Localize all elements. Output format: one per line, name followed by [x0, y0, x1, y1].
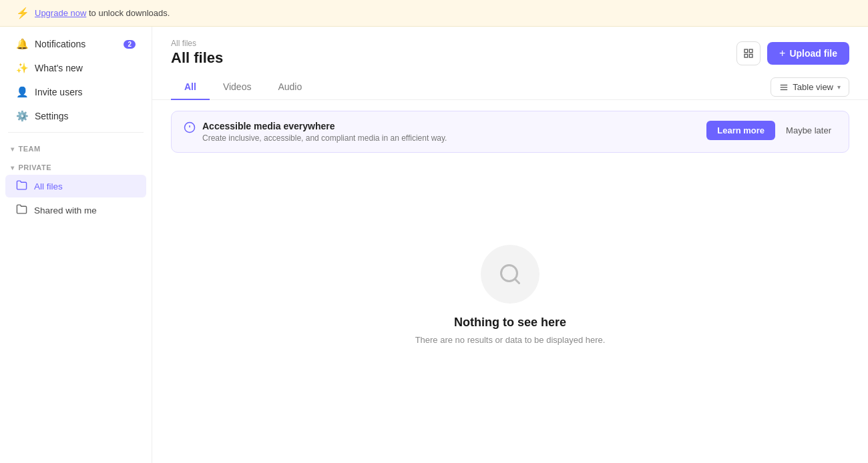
chevron-down-icon: ▾ — [11, 145, 15, 153]
svg-rect-2 — [744, 54, 748, 57]
sidebar-item-label: What's new — [35, 63, 83, 73]
info-banner-actions: Learn more Maybe later — [706, 121, 837, 140]
sidebar-divider — [8, 132, 144, 133]
sidebar-nav-label: All files — [34, 181, 63, 191]
folder-shared-icon — [16, 203, 27, 217]
upgrade-banner: ⚡ Upgrade now to unlock downloads. — [0, 0, 868, 27]
sidebar-item-label: Invite users — [35, 87, 83, 97]
sidebar-item-shared-with-me[interactable]: Shared with me — [5, 199, 146, 221]
tab-audio[interactable]: Audio — [264, 75, 315, 100]
svg-rect-3 — [749, 54, 752, 57]
lightning-icon: ⚡ — [16, 7, 29, 19]
user-icon: 👤 — [16, 86, 28, 98]
tabs-list: All Videos Audio — [171, 75, 315, 99]
info-banner: Accessible media everywhere Create inclu… — [171, 111, 849, 153]
sidebar-item-whats-new[interactable]: ✨ What's new — [5, 57, 146, 79]
upload-plus-icon: + — [779, 47, 785, 59]
empty-state: Nothing to see here There are no results… — [152, 153, 868, 463]
sidebar-item-settings[interactable]: ⚙️ Settings — [5, 105, 146, 127]
empty-state-title: Nothing to see here — [454, 316, 566, 330]
tab-videos[interactable]: Videos — [210, 75, 265, 100]
info-banner-title: Accessible media everywhere — [202, 121, 700, 131]
view-toggle-button[interactable] — [736, 41, 761, 65]
sidebar-section-team: ▾ TEAM — [0, 137, 152, 155]
sidebar-item-all-files[interactable]: All files — [5, 175, 146, 197]
info-circle-icon — [184, 121, 196, 137]
gear-icon: ⚙️ — [16, 110, 28, 122]
svg-rect-0 — [744, 49, 748, 53]
main-content: All files All files + Upload file — [152, 27, 868, 463]
breadcrumb: All files — [171, 39, 223, 48]
banner-text: Upgrade now to unlock downloads. — [35, 8, 170, 18]
page-title: All files — [171, 49, 223, 67]
sidebar: 🔔 Notifications 2 ✨ What's new 👤 Invite … — [0, 27, 152, 463]
sparkle-icon: ✨ — [16, 62, 28, 74]
table-view-button[interactable]: Table view ▾ — [771, 77, 849, 97]
empty-state-description: There are no results or data to be displ… — [415, 335, 606, 345]
table-view-label: Table view — [793, 82, 833, 92]
folder-icon — [16, 179, 27, 193]
header-actions: + Upload file — [736, 41, 849, 65]
learn-more-button[interactable]: Learn more — [706, 121, 775, 140]
sidebar-nav-label: Shared with me — [34, 205, 97, 215]
tab-all[interactable]: All — [171, 75, 210, 100]
sidebar-section-private: ▾ PRIVATE — [0, 155, 152, 174]
empty-state-icon-circle — [481, 245, 539, 304]
upgrade-link[interactable]: Upgrade now — [35, 8, 86, 18]
svg-line-11 — [515, 278, 519, 283]
sidebar-item-invite-users[interactable]: 👤 Invite users — [5, 81, 146, 103]
sidebar-item-label: Settings — [35, 111, 69, 121]
sidebar-item-notifications[interactable]: 🔔 Notifications 2 — [5, 33, 146, 55]
maybe-later-button[interactable]: Maybe later — [781, 121, 837, 140]
chevron-down-icon: ▾ — [837, 83, 841, 91]
info-banner-description: Create inclusive, accessible, and compli… — [202, 133, 700, 143]
sidebar-item-label: Notifications — [35, 39, 85, 49]
upload-file-button[interactable]: + Upload file — [767, 42, 849, 65]
content-header: All files All files + Upload file — [152, 27, 868, 67]
notification-badge: 2 — [124, 40, 136, 49]
info-banner-text: Accessible media everywhere Create inclu… — [202, 121, 700, 143]
tabs-bar: All Videos Audio Table view ▾ — [152, 75, 868, 100]
svg-rect-1 — [749, 49, 752, 53]
chevron-down-icon: ▾ — [11, 164, 15, 171]
bell-icon: 🔔 — [16, 38, 28, 50]
breadcrumb-area: All files All files — [171, 39, 223, 67]
